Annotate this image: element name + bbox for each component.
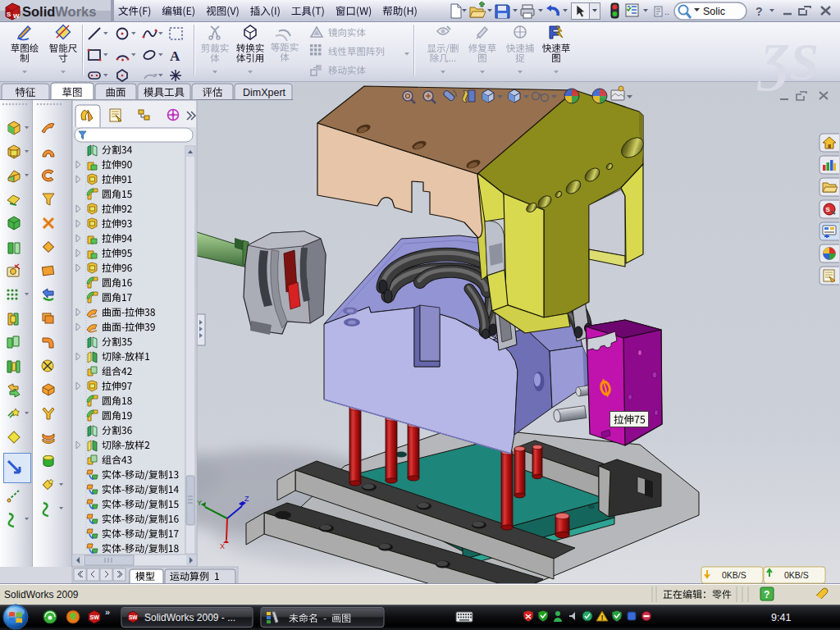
svg-text:Z: Z bbox=[244, 495, 249, 503]
svg-text:?: ? bbox=[764, 589, 769, 600]
svg-text:..: .. bbox=[664, 7, 669, 16]
svg-text:9:41: 9:41 bbox=[771, 612, 791, 623]
svg-text:Y: Y bbox=[197, 499, 202, 507]
svg-text:S: S bbox=[826, 206, 831, 213]
svg-text:SolidWorks 2009: SolidWorks 2009 bbox=[4, 589, 79, 600]
svg-text:0KB/S: 0KB/S bbox=[784, 570, 809, 580]
svg-text:SW: SW bbox=[129, 614, 138, 620]
svg-text:Solic: Solic bbox=[703, 6, 725, 17]
svg-text:ƷS: ƷS bbox=[756, 33, 819, 91]
svg-text:A: A bbox=[170, 48, 180, 64]
svg-text:S: S bbox=[7, 11, 11, 18]
svg-text:»: » bbox=[105, 607, 110, 617]
svg-text:0KB/S: 0KB/S bbox=[722, 570, 746, 580]
svg-text:?: ? bbox=[756, 5, 763, 18]
svg-text:W: W bbox=[13, 12, 20, 20]
svg-text:SW: SW bbox=[90, 614, 100, 620]
svg-text:!: ! bbox=[601, 614, 604, 622]
svg-text:SolidWorks 2009 - ...: SolidWorks 2009 - ... bbox=[144, 612, 235, 623]
svg-text:X: X bbox=[220, 542, 225, 550]
svg-text:SolidWorks: SolidWorks bbox=[22, 4, 96, 19]
svg-text:DimXpert: DimXpert bbox=[243, 87, 286, 98]
